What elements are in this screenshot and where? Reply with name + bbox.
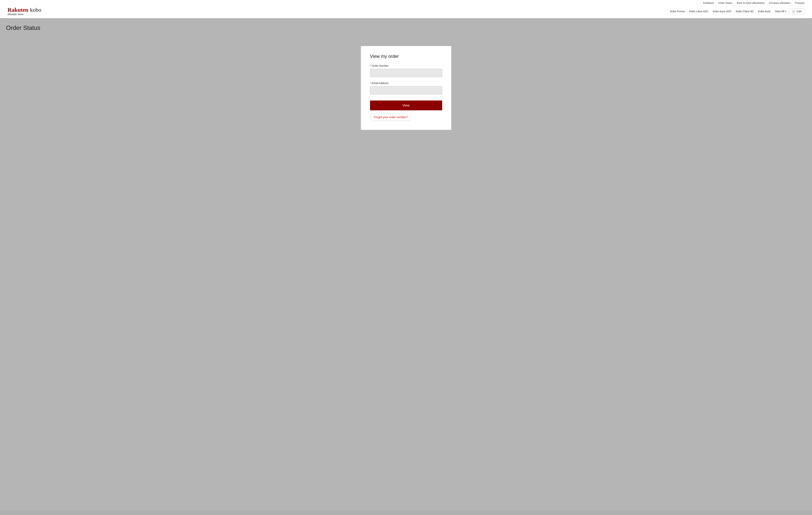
header-wrapper: Feedback Order Status Back to Kobo eBook… [0, 0, 812, 18]
email-input[interactable] [370, 86, 442, 94]
logo-area: Rakuten kobo eReader Store [7, 7, 41, 16]
nav-kobo-clara-hd[interactable]: Kobo Clara HD [734, 9, 755, 13]
form-card: View my order * Order Number * Email Add… [361, 46, 452, 130]
cart-label: Cart [797, 10, 802, 13]
nav-kobo-libra-h2o[interactable]: Kobo Libra H2O [688, 9, 710, 13]
page-content: Order Status View my order * Order Numbe… [0, 18, 812, 511]
form-container: View my order * Order Number * Email Add… [6, 37, 806, 130]
logo-line: Rakuten kobo [7, 7, 41, 13]
email-label: * Email Address [370, 82, 442, 85]
compare-ereaders-link[interactable]: Compare eReaders [769, 1, 790, 4]
view-all-label: View All [775, 10, 784, 13]
nav-view-all[interactable]: View All ▾ [774, 9, 788, 13]
chevron-down-icon: ▾ [785, 10, 786, 12]
main-nav: Kobo Forma Kobo Libra H2O Kobo Aura H2O … [669, 8, 805, 15]
header: Feedback Order Status Back to Kobo eBook… [0, 0, 812, 18]
cart-icon: 🛒 [792, 10, 795, 13]
logo-rakuten: Rakuten [7, 7, 28, 13]
view-button[interactable]: View [370, 101, 442, 110]
header-top-nav: Feedback Order Status Back to Kobo eBook… [7, 0, 805, 5]
forgot-order-number-link[interactable]: Forgot your order number? [370, 113, 412, 121]
form-title: View my order [370, 54, 442, 59]
page-title: Order Status [6, 24, 806, 31]
feedback-link[interactable]: Feedback [703, 1, 714, 4]
cart-button[interactable]: 🛒 Cart [789, 8, 805, 15]
logo-space [28, 7, 30, 13]
order-number-field: * Order Number [370, 64, 442, 77]
back-to-kobo-link[interactable]: Back to Kobo eBookstore [737, 1, 764, 4]
language-link[interactable]: Français [795, 1, 805, 4]
logo-kobo: kobo [30, 7, 41, 13]
nav-kobo-aura[interactable]: Kobo Aura [756, 9, 772, 13]
order-number-label: * Order Number [370, 64, 442, 67]
header-bottom: Rakuten kobo eReader Store Kobo Forma Ko… [7, 5, 805, 18]
order-number-input[interactable] [370, 69, 442, 77]
page-title-section: Order Status [6, 24, 806, 34]
logo-subtitle: eReader Store [7, 13, 41, 16]
email-field: * Email Address [370, 82, 442, 94]
nav-kobo-forma[interactable]: Kobo Forma [669, 9, 686, 13]
nav-kobo-aura-h2o[interactable]: Kobo Aura H2O [711, 9, 733, 13]
order-status-link[interactable]: Order Status [718, 1, 732, 4]
